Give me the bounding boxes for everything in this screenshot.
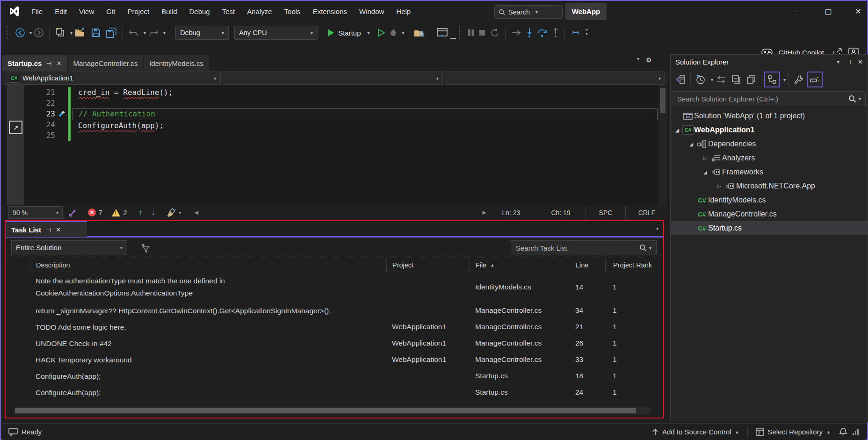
pin-icon[interactable]: ⊣: [846, 58, 851, 65]
editor-vertical-scrollbar[interactable]: [658, 85, 667, 205]
solution-explorer-title-bar[interactable]: Solution Explorer ▾ ⊣ ✕: [671, 55, 868, 69]
column-header-project[interactable]: Project: [386, 258, 470, 272]
menu-file[interactable]: File: [25, 2, 49, 21]
sidebar-item-dependencies[interactable]: ◢Dependencies: [671, 137, 868, 151]
start-dropdown[interactable]: ▾: [368, 30, 370, 36]
code-line-25[interactable]: [72, 131, 658, 142]
close-icon[interactable]: ✕: [858, 58, 863, 65]
code-line-21[interactable]: cred_in = ReadLine();: [72, 87, 658, 98]
column-header-file[interactable]: File▲: [470, 258, 568, 272]
switch-views-button[interactable]: [673, 72, 687, 87]
scope-dropdown[interactable]: Entire Solution ▾: [11, 240, 127, 255]
tree-collapsed-arrow-icon[interactable]: ▷: [715, 183, 724, 189]
stop-button[interactable]: [477, 25, 488, 40]
scrollbar-thumb[interactable]: [15, 408, 636, 413]
document-dropdown-icon[interactable]: ▾: [637, 56, 639, 64]
tree-expanded-arrow-icon[interactable]: ◢: [687, 142, 696, 147]
next-issue-arrow-icon[interactable]: ↓: [147, 208, 159, 217]
start-without-debugging-button[interactable]: [376, 25, 387, 40]
menu-help[interactable]: Help: [390, 2, 417, 21]
notifications-bell-icon[interactable]: [839, 427, 847, 436]
menu-test[interactable]: Test: [216, 2, 241, 21]
code-editor[interactable]: ↗ 2122232425 cred_in = ReadLine();// Aut…: [2, 85, 668, 205]
breadcrumb-project-dropdown[interactable]: C# WebApplication1 ▾: [5, 72, 221, 85]
pause-button[interactable]: [465, 25, 477, 40]
column-header-line[interactable]: Line: [568, 258, 605, 272]
collapse-all-button[interactable]: [729, 72, 743, 87]
line-indicator[interactable]: Ln: 23: [486, 205, 536, 220]
sync-with-active-document-button[interactable]: [714, 72, 728, 87]
code-lines[interactable]: cred_in = ReadLine();// AuthenticationCo…: [72, 87, 658, 142]
undo-button[interactable]: [126, 25, 141, 40]
properties-button[interactable]: [792, 72, 806, 87]
hscroll-right-arrow-icon[interactable]: ▶: [483, 209, 486, 216]
document-options-gear-icon[interactable]: ⚙: [646, 56, 652, 64]
zoom-dropdown[interactable]: 90 % ▾: [8, 206, 63, 219]
save-all-button[interactable]: [103, 25, 119, 40]
restart-button[interactable]: [488, 25, 502, 40]
menu-build[interactable]: Build: [155, 2, 183, 21]
close-button[interactable]: ✕: [847, 2, 868, 21]
previous-issue-arrow-icon[interactable]: ↑: [135, 208, 147, 217]
menu-git[interactable]: Git: [100, 2, 121, 21]
code-line-22[interactable]: [72, 98, 658, 108]
pin-icon[interactable]: ⊣: [46, 60, 51, 67]
solution-platform-dropdown[interactable]: Any CPU▾: [234, 26, 318, 40]
code-line-23[interactable]: // Authentication: [72, 108, 658, 120]
scrollbar-thumb[interactable]: [660, 88, 665, 113]
column-header-icon[interactable]: [6, 258, 30, 272]
task-list-horizontal-scrollbar[interactable]: [14, 407, 650, 414]
code-health-icon[interactable]: [68, 208, 78, 217]
sidebar-item-analyzers[interactable]: ▷iAnalyzers: [671, 151, 868, 165]
sidebar-item-startup-cs[interactable]: C#Startup.cs: [671, 221, 868, 235]
table-row[interactable]: HACK Temporary workaroundWebApplication1…: [6, 351, 663, 368]
copy-view-button[interactable]: [744, 72, 758, 87]
show-all-files-dropdown[interactable]: ▾: [783, 77, 786, 82]
menu-analyze[interactable]: Analyze: [241, 2, 278, 21]
solution-explorer-search-box[interactable]: Search Solution Explorer (Ctrl+;) ▾: [673, 91, 866, 106]
toolbar-grip[interactable]: [459, 26, 462, 39]
maximize-button[interactable]: ▢: [817, 2, 839, 21]
task-list-search-box[interactable]: Search Task List ▾: [511, 240, 657, 255]
column-header-description[interactable]: Description: [30, 258, 386, 272]
table-row[interactable]: Note the authenticationType must match t…: [6, 272, 663, 302]
preview-selected-items-button[interactable]: [807, 72, 823, 87]
navigate-forward-button[interactable]: [32, 25, 46, 40]
breadcrumb-type-dropdown[interactable]: ▾: [223, 72, 443, 85]
panel-menu-chevron-icon[interactable]: ▾: [837, 59, 839, 65]
navigate-to-glyph-icon[interactable]: ↗: [9, 121, 22, 134]
menu-window[interactable]: Window: [353, 2, 390, 21]
close-icon[interactable]: ✕: [56, 226, 61, 233]
menu-view[interactable]: View: [73, 2, 100, 21]
task-list-tab[interactable]: Task List ⊣ ✕: [6, 221, 87, 237]
open-folder-button[interactable]: [72, 25, 88, 40]
step-into-button[interactable]: [524, 25, 535, 40]
show-all-files-button[interactable]: [764, 72, 780, 87]
sidebar-item-solution-webapp-1-of-1-project[interactable]: Solution 'WebApp' (1 of 1 project): [671, 109, 868, 123]
editor-tab-identitymodels-cs[interactable]: IdentityModels.cs: [144, 55, 209, 71]
search-box[interactable]: Search ▾: [494, 5, 563, 19]
pin-icon[interactable]: ⊣: [46, 226, 51, 233]
tree-expanded-arrow-icon[interactable]: ◢: [701, 170, 710, 175]
glyph-margin[interactable]: ↗: [7, 85, 24, 205]
step-over-button[interactable]: [535, 25, 550, 40]
table-row[interactable]: ConfigureAuth(app);Startup.cs241: [6, 384, 663, 400]
panel-menu-chevron-icon[interactable]: ▾: [656, 226, 658, 231]
editor-tab-managecontroller-cs[interactable]: ManageController.cs: [68, 55, 144, 71]
toolbar-overflow-button[interactable]: ▾: [586, 29, 588, 36]
add-to-source-control-button[interactable]: Add to Source Control ▲: [652, 428, 739, 436]
select-repository-button[interactable]: Select Repository ▲: [756, 428, 831, 436]
sidebar-item-frameworks[interactable]: ◢Frameworks: [671, 165, 868, 179]
column-indicator[interactable]: Ch: 19: [536, 205, 586, 220]
filter-icon[interactable]: [141, 243, 150, 253]
show-next-statement-button[interactable]: [509, 25, 524, 40]
sidebar-item-webapplication1[interactable]: ◢C#WebApplication1: [671, 123, 868, 137]
solution-configuration-dropdown[interactable]: Debug▾: [175, 26, 229, 40]
table-row[interactable]: TODO Add some logic here.WebApplication1…: [6, 318, 663, 335]
sidebar-item-identitymodels-cs[interactable]: C#IdentityModels.cs: [671, 193, 868, 207]
step-out-button[interactable]: [550, 25, 561, 40]
menu-debug[interactable]: Debug: [183, 2, 216, 21]
diagnostics-button[interactable]: [568, 25, 583, 40]
code-line-24[interactable]: ConfigureAuth(app);: [72, 120, 658, 131]
find-in-files-button[interactable]: [412, 25, 427, 40]
